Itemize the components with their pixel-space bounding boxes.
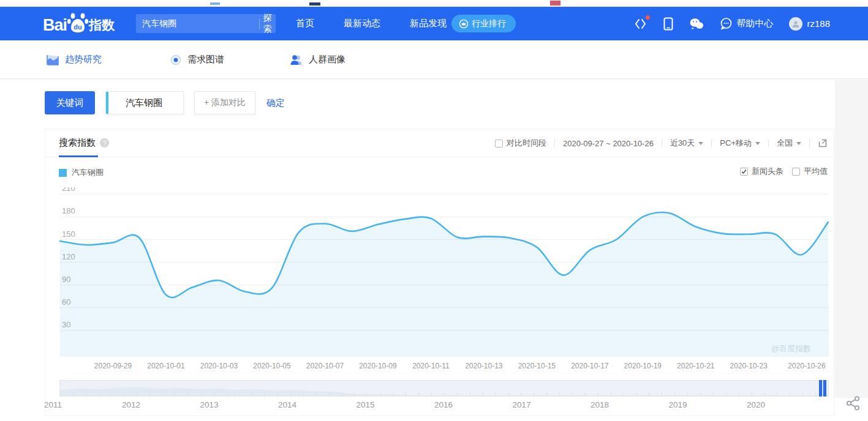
trend-chart-icon — [46, 54, 59, 66]
svg-text:2020-10-23: 2020-10-23 — [730, 362, 768, 370]
help-question-icon[interactable]: ? — [100, 138, 109, 147]
checkbox-icon[interactable] — [792, 168, 800, 176]
ranking-label: 行业排行 — [472, 18, 506, 29]
keyword-chip[interactable] — [105, 91, 184, 114]
logo-suffix: 指数 — [89, 17, 115, 34]
svg-text:2020-10-17: 2020-10-17 — [571, 362, 609, 370]
svg-text:2020-10-09: 2020-10-09 — [359, 362, 397, 370]
card-header: 搜索指数 ? 对比时间段 2020-09-27 ~ 2020-10-26 近30… — [45, 129, 834, 157]
platform-select[interactable]: PC+移动 — [720, 138, 760, 149]
average-toggle[interactable]: 平均值 — [792, 166, 828, 177]
top-navbar: Bai du 指数 探索 首页最新动态新品发现 — [0, 7, 868, 40]
range-select[interactable]: 近30天 — [670, 138, 703, 149]
people-icon — [290, 54, 303, 66]
checkbox-icon[interactable] — [495, 140, 503, 147]
series-legend: 汽车钢圈 — [59, 167, 104, 178]
timeline-tick — [162, 393, 163, 396]
baidu-paw-icon: du — [67, 12, 88, 36]
svg-text:2020-09-29: 2020-09-29 — [94, 362, 132, 370]
mini-program-icon[interactable] — [634, 18, 647, 30]
help-center[interactable]: 帮助中心 — [720, 17, 773, 30]
timeline-slider-track[interactable] — [59, 380, 829, 397]
series-color-swatch — [59, 169, 67, 177]
timeline-tick — [99, 393, 99, 396]
nav-link[interactable]: 首页 — [296, 18, 314, 29]
baidu-index-logo[interactable]: Bai du 指数 — [43, 12, 115, 35]
page-background-strip — [835, 80, 868, 398]
timeline-tick — [739, 393, 739, 396]
export-icon[interactable] — [818, 138, 828, 148]
slider-handle-right[interactable] — [823, 380, 826, 397]
ranking-medal-icon — [459, 19, 469, 29]
module-tabs: 趋势研究 需求图谱 人群画像 — [0, 40, 868, 79]
industry-ranking-button[interactable]: 行业排行 — [451, 15, 516, 32]
svg-text:2020-10-07: 2020-10-07 — [306, 362, 344, 370]
timeline-year-label: 2013 — [200, 400, 218, 409]
tab-crowd-portrait[interactable]: 人群画像 — [290, 40, 345, 79]
avatar — [789, 17, 802, 31]
timeline-tick — [687, 393, 688, 396]
svg-text:2020-10-19: 2020-10-19 — [624, 362, 662, 370]
help-chat-icon — [720, 17, 733, 30]
timeline-tick — [674, 393, 675, 396]
tab-trend-research[interactable]: 趋势研究 — [46, 40, 102, 79]
timeline-tick — [444, 393, 445, 396]
browser-artifact — [210, 2, 220, 5]
timeline-tick — [214, 393, 214, 396]
svg-text:2020-10-11: 2020-10-11 — [412, 362, 450, 370]
divider — [662, 139, 662, 147]
wechat-icon[interactable] — [689, 18, 704, 30]
timeline-tick — [662, 393, 662, 396]
timeline-tick — [559, 393, 560, 396]
watermark: @百度指数 — [771, 343, 811, 354]
tab-label: 人群画像 — [309, 54, 345, 65]
chevron-down-icon — [796, 142, 801, 145]
divider — [809, 139, 810, 147]
explore-button[interactable]: 探索 — [260, 13, 276, 35]
svg-text:2020-10-26: 2020-10-26 — [788, 362, 826, 370]
add-compare-button[interactable]: + 添加对比 — [194, 91, 255, 114]
news-headlines-toggle[interactable]: 新闻头条 — [740, 166, 783, 177]
timeline-year-label: 2019 — [668, 400, 687, 409]
timeline-tick — [521, 393, 521, 396]
search-index-card: 搜索指数 ? 对比时间段 2020-09-27 ~ 2020-10-26 近30… — [45, 129, 834, 416]
region-select-value: 全国 — [777, 138, 793, 149]
confirm-link[interactable]: 确定 — [266, 97, 285, 109]
compare-period-label: 对比时间段 — [507, 138, 546, 149]
keyword-input[interactable] — [126, 98, 179, 108]
browser-strip — [0, 0, 868, 7]
baidu-index-page: Bai du 指数 探索 首页最新动态新品发现 — [0, 0, 868, 421]
date-range-picker[interactable]: 2020-09-27 ~ 2020-10-26 — [563, 139, 654, 148]
timeline-year-label: 2014 — [278, 400, 296, 409]
nav-link[interactable]: 最新动态 — [344, 18, 380, 29]
checkbox-checked-icon[interactable] — [740, 168, 748, 176]
timeline-tick — [418, 393, 419, 396]
overlay-toggles: 新闻头条 平均值 — [740, 166, 828, 177]
timeline-tick — [790, 393, 790, 396]
timeline-tick — [815, 393, 816, 396]
compare-period-checkbox[interactable]: 对比时间段 — [495, 138, 546, 149]
logo-text: Bai — [43, 16, 67, 35]
keyword-type-button[interactable]: 关键词 — [45, 91, 95, 114]
trend-line-chart[interactable]: 3060901201501802102020-09-292020-10-0120… — [59, 187, 829, 378]
timeline-year-label: 2016 — [434, 400, 453, 409]
search-input[interactable] — [136, 19, 259, 29]
series-legend-label: 汽车钢圈 — [72, 167, 104, 178]
region-select[interactable]: 全国 — [777, 138, 801, 149]
notification-dot — [646, 15, 650, 20]
timeline-year-labels: 2011201220132014201520162017201820192020 — [59, 400, 829, 412]
svg-text:2020-10-21: 2020-10-21 — [677, 362, 715, 370]
nav-link[interactable]: 新品发现 — [410, 18, 447, 29]
share-icon[interactable] — [845, 395, 862, 412]
timeline-tick — [303, 393, 304, 396]
timeline-tick — [175, 393, 176, 396]
chevron-down-icon — [698, 142, 703, 145]
timeline-tick — [572, 393, 573, 396]
chevron-down-icon — [755, 142, 760, 145]
mobile-icon[interactable] — [663, 17, 673, 31]
user-account[interactable]: rz188 — [789, 17, 830, 31]
tab-demand-map[interactable]: 需求图谱 — [170, 40, 224, 79]
range-select-value: 近30天 — [670, 138, 695, 149]
timeline-tick — [201, 393, 202, 396]
timeline-tick — [611, 393, 611, 396]
